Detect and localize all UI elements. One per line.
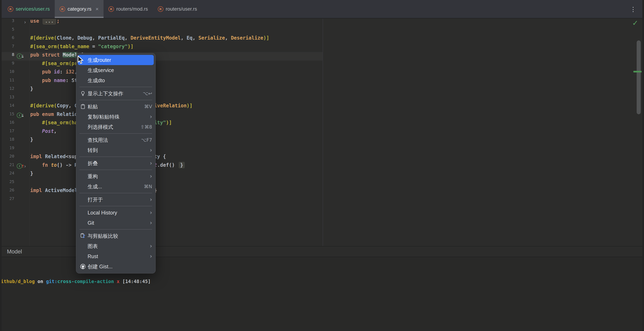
editor-tabs: Rservices/user.rsRcategory.rs×Rrouters/m…: [3, 0, 202, 18]
tab-label: category.rs: [68, 6, 92, 12]
menu-item-label: 转到: [88, 147, 98, 154]
line-number[interactable]: 14: [0, 103, 14, 111]
menu-item-paste[interactable]: 粘贴⌘V: [76, 101, 156, 112]
menu-item-open-in[interactable]: 打开于›: [76, 194, 156, 205]
fold-chevron-icon[interactable]: ›: [24, 162, 26, 171]
inspections-ok-icon[interactable]: ✓: [632, 19, 638, 27]
menu-item-label: 复制/粘贴特殊: [88, 113, 120, 120]
line-number[interactable]: 10: [0, 69, 14, 77]
menu-item-create-gist[interactable]: 创建 Gist...: [76, 261, 156, 272]
rust-file-icon: R: [8, 6, 13, 12]
line-number[interactable]: 9: [0, 61, 14, 69]
line-number[interactable]: 3: [0, 19, 14, 27]
menu-item-label: Local History: [88, 210, 117, 216]
menu-shortcut: ⌘V: [144, 104, 152, 109]
line-number[interactable]: 19: [0, 145, 14, 154]
menu-separator: [80, 206, 152, 206]
paste-icon: [80, 104, 86, 109]
line-number[interactable]: 15: [0, 111, 14, 120]
menu-item-find-usages[interactable]: 查找用法⌥F7: [76, 135, 156, 145]
menu-item-label: 显示上下文操作: [88, 90, 123, 97]
code-line[interactable]: 8I↓pub struct Model {: [0, 52, 322, 61]
prompt-segment: x: [114, 279, 122, 284]
code-text: }: [30, 171, 33, 179]
editor-context-menu: 生成router生成service生成dto显示上下文操作⌥↩粘贴⌘V复制/粘贴…: [76, 53, 156, 274]
code-line[interactable]: 6#[derive(Clone, Debug, PartialEq, Deriv…: [0, 35, 644, 44]
active-tab-underline: [55, 17, 104, 18]
menu-separator: [80, 157, 152, 157]
breadcrumb-item-model[interactable]: Model: [7, 249, 22, 255]
menu-item-column-selection-mode[interactable]: 列选择模式⇧⌘8: [76, 122, 156, 132]
tab-label: services/user.rs: [16, 6, 50, 12]
terminal-prompt-line: github/d_blog on git:cross-compile-actio…: [0, 279, 151, 284]
code-line[interactable]: 5: [0, 27, 644, 35]
menu-separator: [80, 229, 152, 230]
mouse-cursor: [77, 55, 84, 65]
menu-item-generate-service[interactable]: 生成service: [76, 65, 156, 75]
menu-item-label: Rust: [88, 254, 98, 259]
menu-separator: [80, 193, 152, 193]
code-text: use ...;: [30, 19, 60, 27]
implementations-gutter-icon[interactable]: I↓: [17, 113, 26, 118]
prompt-segment: cross-compile-action: [58, 279, 114, 284]
menu-item-show-context-actions[interactable]: 显示上下文操作⌥↩: [76, 88, 156, 99]
prompt-segment: on: [35, 279, 46, 284]
menu-item-label: 生成...: [88, 183, 102, 190]
close-icon[interactable]: ×: [96, 6, 98, 12]
line-number[interactable]: 11: [0, 77, 14, 86]
tab-services-user-rs[interactable]: Rservices/user.rs: [3, 0, 55, 18]
tab-category-rs[interactable]: Rcategory.rs×: [55, 0, 104, 18]
submenu-chevron-icon: ›: [150, 160, 152, 166]
line-number[interactable]: 5: [0, 27, 14, 35]
menu-separator: [80, 100, 152, 100]
code-line[interactable]: 3›use ...;: [0, 19, 644, 27]
menu-shortcut: ⇧⌘8: [140, 124, 152, 130]
tab-label: routers/mod.rs: [116, 6, 148, 12]
menu-item-diagrams[interactable]: 图表›: [76, 241, 156, 251]
line-number[interactable]: 16: [0, 120, 14, 128]
code-text: Post,: [30, 128, 57, 137]
line-number[interactable]: 27: [0, 196, 14, 205]
implementations-gutter-icon[interactable]: I↓: [17, 53, 26, 59]
menu-item-refactor[interactable]: 重构›: [76, 171, 156, 181]
line-number[interactable]: 25: [0, 179, 14, 188]
menu-item-rust[interactable]: Rust›: [76, 251, 156, 261]
line-number[interactable]: 17: [0, 128, 14, 137]
menu-item-copy-paste-special[interactable]: 复制/粘贴特殊›: [76, 112, 156, 122]
menu-item-compare-with-clipboard[interactable]: 与剪贴板比较: [76, 231, 156, 241]
line-number[interactable]: 21: [0, 162, 14, 171]
line-number[interactable]: 13: [0, 94, 14, 103]
menu-item-folding[interactable]: 折叠›: [76, 158, 156, 168]
menu-item-label: 查找用法: [88, 137, 108, 143]
tab-routers-user-rs[interactable]: Rrouters/user.rs: [153, 0, 202, 18]
line-number[interactable]: 8: [0, 52, 14, 61]
rust-file-icon: R: [158, 6, 163, 12]
more-options-icon[interactable]: ⋮: [630, 0, 636, 18]
tab-routers-mod-rs[interactable]: Rrouters/mod.rs: [104, 0, 153, 18]
menu-item-label: 生成router: [88, 57, 111, 63]
menu-item-label: 打开于: [88, 196, 103, 203]
line-number[interactable]: 20: [0, 154, 14, 162]
code-line[interactable]: 7#[sea_orm(table_name = "category")]: [0, 44, 644, 52]
menu-item-generate[interactable]: 生成...⌘N: [76, 181, 156, 192]
rust-file-icon: R: [60, 6, 65, 12]
menu-item-label: 折叠: [88, 160, 98, 167]
menu-item-generate-dto[interactable]: 生成dto: [76, 75, 156, 85]
menu-item-generate-router[interactable]: 生成router: [78, 55, 154, 65]
line-number[interactable]: 12: [0, 86, 14, 94]
menu-shortcut: ⌥↩: [143, 91, 152, 96]
line-number[interactable]: 6: [0, 35, 14, 44]
menu-item-local-history[interactable]: Local History›: [76, 208, 156, 218]
window-left-edge: [0, 0, 2, 331]
line-number[interactable]: 7: [0, 44, 14, 52]
line-number[interactable]: 18: [0, 137, 14, 145]
line-number[interactable]: 24: [0, 171, 14, 179]
fold-chevron-icon[interactable]: ›: [24, 19, 26, 27]
menu-item-git[interactable]: Git›: [76, 218, 156, 228]
vertical-scrollbar-thumb[interactable]: [637, 40, 641, 114]
code-text: #[sea_orm(table_name = "category")]: [30, 44, 134, 52]
line-number[interactable]: 26: [0, 188, 14, 196]
github-icon: [80, 264, 86, 270]
menu-item-go-to[interactable]: 转到›: [76, 145, 156, 155]
prompt-segment: github/d_blog: [0, 279, 35, 284]
